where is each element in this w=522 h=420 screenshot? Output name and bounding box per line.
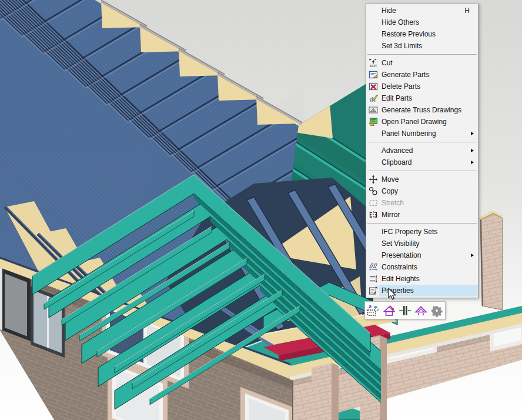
menu-separator — [367, 171, 477, 171]
menu-item-hide[interactable]: Hide H — [366, 5, 478, 16]
menu-item-set-3d-limits[interactable]: Set 3d Limits — [366, 40, 478, 52]
edit-parts-icon — [369, 94, 378, 103]
truss-tool-icon — [414, 304, 428, 318]
menu-item-label: Mirror — [382, 211, 400, 219]
menu-item-restore-previous[interactable]: Restore Previous — [366, 28, 478, 40]
generate-truss-drawings-icon — [369, 105, 378, 115]
stretch-icon — [369, 198, 378, 208]
submenu-arrow-icon — [471, 254, 474, 257]
menu-item-label: IFC Property Sets — [382, 228, 437, 236]
menu-item-ifc-property-sets[interactable]: IFC Property Sets — [366, 226, 478, 238]
settings-button[interactable] — [429, 303, 444, 318]
settings-gear-icon — [430, 304, 444, 318]
menu-item-label: Set 3d Limits — [382, 42, 422, 50]
menu-item-properties[interactable]: Properties — [366, 285, 478, 296]
menu-item-delete-parts[interactable]: Delete Parts — [366, 81, 478, 92]
submenu-arrow-icon — [471, 161, 474, 164]
menu-item-label: Edit Parts — [382, 94, 412, 102]
properties-icon — [369, 286, 378, 295]
menu-item-label: Edit Heights — [382, 275, 420, 283]
roof-tool-icon — [382, 304, 396, 318]
menu-separator — [367, 223, 477, 224]
cut-icon: CUT — [369, 58, 378, 68]
menu-item-label: Constraints — [382, 263, 417, 271]
mirror-icon — [369, 210, 378, 219]
menu-item-panel-numbering[interactable]: Panel Numbering — [366, 128, 478, 139]
menu-item-constraints[interactable]: Constraints — [366, 261, 478, 273]
mini-toolbar — [364, 301, 446, 319]
menu-item-label: Clipboard — [382, 158, 411, 166]
edit-heights-icon — [369, 274, 378, 284]
menu-separator — [367, 142, 477, 142]
menu-item-label: Properties — [382, 286, 414, 295]
menu-item-clipboard[interactable]: Clipboard — [366, 156, 478, 168]
menu-item-label: Generate Truss Drawings — [382, 106, 461, 114]
menu-item-label: Open Panel Drawing — [382, 118, 447, 126]
porch-column — [312, 363, 339, 420]
context-menu: Hide H Hide Others Restore Previous Set … — [366, 3, 478, 298]
roof-tool-button[interactable] — [382, 303, 397, 318]
delete-parts-icon — [369, 82, 378, 91]
menu-item-move[interactable]: Move — [366, 174, 478, 185]
menu-item-copy[interactable]: Copy — [366, 185, 478, 197]
wall-spacing-icon — [398, 304, 412, 318]
panel-edit-icon — [366, 304, 380, 318]
move-icon — [369, 175, 378, 184]
constraints-icon — [369, 262, 378, 272]
menu-item-label: Hide — [382, 6, 396, 15]
menu-item-label: Restore Previous — [382, 30, 436, 38]
menu-item-label: Stretch — [382, 199, 404, 207]
menu-item-generate-truss-drawings[interactable]: Generate Truss Drawings — [366, 104, 478, 116]
submenu-arrow-icon — [471, 149, 474, 152]
menu-item-open-panel-drawing[interactable]: Open Panel Drawing — [366, 116, 478, 128]
generate-parts-icon — [369, 70, 378, 79]
menu-item-edit-heights[interactable]: Edit Heights — [366, 273, 478, 285]
open-panel-drawing-icon — [369, 117, 378, 126]
svg-text:CUT: CUT — [370, 64, 377, 68]
menu-item-label: Presentation — [382, 251, 421, 259]
menu-item-shortcut: H — [464, 6, 472, 15]
menu-item-stretch[interactable]: Stretch — [366, 197, 478, 209]
menu-item-label: Hide Others — [382, 18, 419, 26]
menu-item-label: Set Visibility — [382, 239, 419, 248]
truss-tool-button[interactable] — [413, 303, 429, 318]
menu-item-label: Advanced — [382, 146, 413, 155]
app-window: Hide H Hide Others Restore Previous Set … — [0, 0, 522, 420]
menu-item-generate-parts[interactable]: Generate Parts — [366, 69, 478, 81]
menu-item-label: Delete Parts — [382, 82, 420, 91]
copy-icon — [369, 186, 378, 196]
menu-item-label: Move — [382, 175, 399, 184]
menu-item-set-visibility[interactable]: Set Visibility — [366, 238, 478, 249]
menu-item-cut[interactable]: CUT Cut — [366, 57, 478, 69]
menu-item-hide-others[interactable]: Hide Others — [366, 16, 478, 28]
menu-item-label: Cut — [382, 59, 393, 67]
menu-item-advanced[interactable]: Advanced — [366, 145, 478, 156]
menu-item-label: Panel Numbering — [382, 129, 436, 138]
menu-item-label: Generate Parts — [382, 71, 429, 79]
submenu-arrow-icon — [471, 132, 474, 135]
wall-spacing-button[interactable] — [397, 303, 413, 318]
menu-item-mirror[interactable]: Mirror — [366, 209, 478, 221]
menu-item-edit-parts[interactable]: Edit Parts — [366, 92, 478, 104]
panel-edit-button[interactable] — [366, 303, 381, 318]
menu-item-presentation[interactable]: Presentation — [366, 249, 478, 261]
menu-separator — [367, 54, 477, 55]
menu-item-label: Copy — [382, 187, 398, 195]
